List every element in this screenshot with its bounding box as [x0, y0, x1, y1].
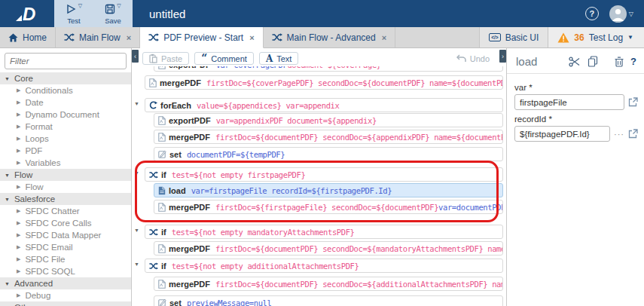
sidebar-item-debug[interactable]: ▶Debug: [0, 289, 131, 301]
sidebar-item-sfdc-soql[interactable]: ▶SFDC SOQL: [0, 265, 131, 277]
sidebar-item-conditionals[interactable]: ▶Conditionals: [0, 84, 131, 96]
comment-button[interactable]: “ Comment: [194, 52, 254, 65]
field-input[interactable]: [514, 94, 624, 110]
flow-row-wrap: setdocumentPDF=${tempPDF}: [132, 147, 503, 161]
flow-row-mergePDF[interactable]: mergePDFfirstDoc=${coverPagePDF} secondD…: [145, 75, 503, 90]
flow-row-if[interactable]: iftest=${not empty additionalAttachments…: [145, 259, 503, 273]
field-input[interactable]: [514, 126, 610, 142]
inspector-help-icon[interactable]: ?: [630, 56, 636, 67]
save-button-label: Save: [105, 17, 121, 25]
save-button[interactable]: ▽ Save: [93, 0, 133, 27]
user-menu[interactable]: ▽: [609, 5, 633, 23]
sidebar-item-sfdc-file[interactable]: ▶SFDC File: [0, 253, 131, 265]
sidebar-item-sfdc-chatter[interactable]: ▶SFDC Chatter: [0, 205, 131, 217]
item-label: SFDC File: [25, 255, 65, 264]
flow-row-mergePDF[interactable]: mergePDFfirstDoc=${documentPDF} secondDo…: [154, 241, 503, 256]
item-label: Variables: [25, 158, 60, 167]
shuffle-icon: [148, 33, 159, 41]
flow-row-exportPDF[interactable]: exportPDFvar=appendixPDF document=${appe…: [154, 113, 503, 127]
flow-row-if[interactable]: iftest=${not empty firstpagePDF}: [145, 167, 503, 182]
row-command-name: mergePDF: [169, 244, 210, 253]
sidebar-item-variables[interactable]: ▶Variables: [0, 157, 131, 169]
sidebar-item-sfdc-data-mapper[interactable]: ▶SFDC Data Mapper: [0, 229, 131, 241]
flow-row-set[interactable]: setdocumentPDF=${tempPDF}: [154, 147, 503, 161]
flow-row-wrap: setpreviewMessage=null: [132, 295, 503, 306]
save-dropdown-caret[interactable]: ▽: [117, 3, 121, 9]
filter-wrap: [0, 48, 131, 72]
flow-row-set[interactable]: setpreviewMessage=null: [154, 295, 503, 306]
pdf-icon: [158, 203, 166, 212]
user-menu-caret[interactable]: ▽: [629, 11, 633, 17]
tab-close-icon[interactable]: ×: [127, 33, 131, 42]
item-label: SFDC Data Mapper: [25, 231, 101, 240]
row-collapse-caret[interactable]: ▼: [134, 101, 139, 106]
row-collapse-caret[interactable]: ▼: [134, 262, 139, 267]
test-log-button[interactable]: 36 Test Log ▼: [548, 27, 644, 47]
tab-main-flow-advanced[interactable]: Main Flow - Advanced×: [264, 27, 396, 47]
row-attributes: document=${coverPage}: [287, 66, 380, 69]
filter-input[interactable]: [5, 53, 127, 69]
text-button[interactable]: A Text: [259, 52, 299, 65]
row-command-name: mergePDF: [169, 203, 210, 212]
flow-row-mergePDF[interactable]: mergePDFfirstDoc=${documentPDF} secondDo…: [154, 130, 503, 144]
sidebar-group-flow[interactable]: ▼Flow: [0, 169, 131, 181]
help-icon[interactable]: ?: [585, 7, 599, 20]
row-command-name: mergePDF: [169, 133, 210, 142]
flow-row-wrap: ▼iftest=${not empty firstpagePDF}: [132, 167, 503, 182]
paste-button[interactable]: Paste: [142, 52, 189, 65]
tab-pdf-preview-start[interactable]: PDF Preview - Start×: [140, 27, 263, 48]
text-icon: A: [266, 54, 273, 64]
chevron-down-icon: ▼: [5, 281, 10, 286]
sidebar-group-core[interactable]: ▼Core: [0, 72, 131, 84]
tab-label: PDF Preview - Start: [163, 32, 243, 43]
sidebar-item-sfdc-core-calls[interactable]: ▶SFDC Core Calls: [0, 217, 131, 229]
sidebar-item-pdf[interactable]: ▶PDF: [0, 145, 131, 157]
sidebar-item-dynamo-document[interactable]: ▶Dynamo Document: [0, 109, 131, 121]
collapse-left-chevron[interactable]: ‹: [132, 50, 139, 63]
undo-button[interactable]: Undo: [450, 52, 496, 65]
tab-main-flow[interactable]: Main Flow×: [56, 27, 140, 47]
tab-label: Main Flow - Advanced: [287, 32, 376, 43]
paste-icon: [149, 54, 157, 63]
sidebar-group-other[interactable]: ▼Other: [0, 301, 131, 306]
test-log-caret[interactable]: ▼: [627, 34, 633, 41]
open-external-icon[interactable]: [628, 129, 638, 139]
flow-row-exportPDF[interactable]: exportPDFvar=coverPagePDF document=${cov…: [154, 66, 503, 72]
chevron-right-icon: ▶: [17, 99, 20, 106]
delete-icon[interactable]: [615, 57, 624, 67]
undo-label: Undo: [470, 54, 490, 63]
test-dropdown-caret[interactable]: ▽: [78, 3, 82, 9]
flow-row-mergePDF[interactable]: mergePDFfirstDoc=${documentPDF} secondDo…: [154, 277, 503, 291]
collapse-right-chevron[interactable]: ›: [499, 50, 506, 63]
sidebar-group-salesforce[interactable]: ▼Salesforce: [0, 193, 131, 205]
flow-row-load[interactable]: loadvar=firstpageFile recordId=${firstpa…: [154, 183, 503, 197]
row-command-name: load: [169, 186, 186, 195]
basic-ui-button[interactable]: </> Basic UI: [479, 27, 548, 47]
sidebar-item-loops[interactable]: ▶Loops: [0, 133, 131, 145]
expression-picker-icon[interactable]: ···: [614, 130, 624, 139]
sidebar-item-format[interactable]: ▶Format: [0, 121, 131, 133]
chevron-right-icon: ▶: [17, 220, 20, 226]
row-attributes: var=documentPDF: [438, 203, 503, 212]
test-button[interactable]: ▽ Test: [54, 0, 93, 27]
tab-close-icon[interactable]: ×: [249, 33, 254, 42]
copy-icon[interactable]: [588, 56, 598, 67]
flow-row-forEach[interactable]: forEachvalue=${appendices} var=appendix: [145, 98, 503, 112]
sidebar-item-sfdc-email[interactable]: ▶SFDC Email: [0, 241, 131, 253]
flow-row-mergePDF[interactable]: mergePDFfirstDoc=${firstpageFile} second…: [154, 200, 503, 214]
row-command-name: set: [169, 298, 182, 306]
cut-icon[interactable]: [569, 57, 581, 67]
sidebar-item-flow[interactable]: ▶Flow: [0, 181, 131, 193]
tab-home[interactable]: Home: [0, 27, 56, 47]
chevron-right-icon: ▶: [17, 256, 20, 262]
row-collapse-caret[interactable]: ▼: [134, 170, 139, 176]
field-label: var *: [514, 83, 638, 92]
tab-close-icon[interactable]: ×: [382, 33, 386, 42]
sidebar-item-date[interactable]: ▶Date: [0, 96, 131, 109]
warning-icon: [557, 32, 569, 43]
item-label: Date: [25, 98, 43, 107]
row-collapse-caret[interactable]: ▼: [134, 228, 139, 233]
flow-row-if[interactable]: iftest=${not empty mandatoryAttachmentsP…: [145, 225, 503, 239]
open-external-icon[interactable]: [628, 97, 638, 107]
sidebar-group-advanced[interactable]: ▼Advanced: [0, 277, 131, 289]
